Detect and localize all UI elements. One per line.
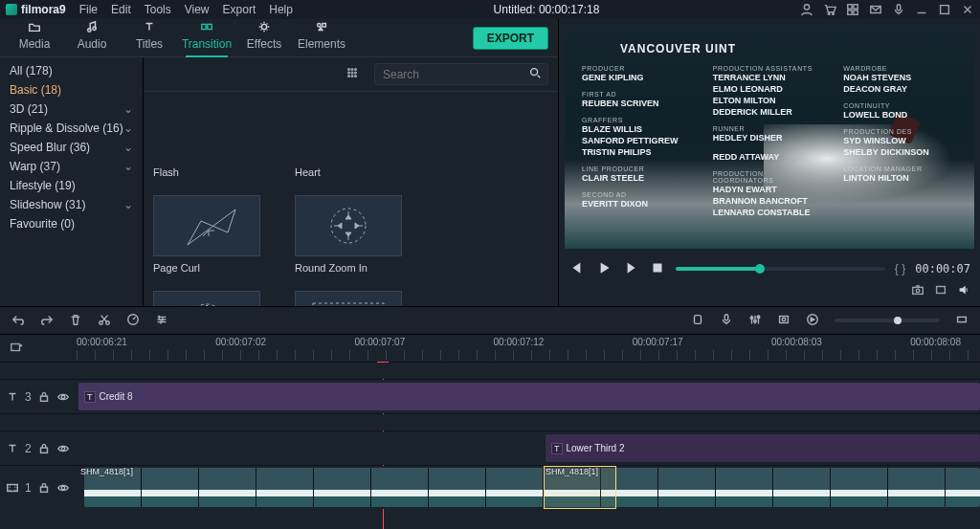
transition-round-zoom-out[interactable]: Round Zoom Out xyxy=(153,291,268,306)
delete-button[interactable] xyxy=(69,313,82,329)
tab-transition[interactable]: Transition xyxy=(178,16,235,56)
prev-frame-button[interactable] xyxy=(568,259,586,279)
redo-button[interactable] xyxy=(40,313,54,329)
svg-point-1 xyxy=(828,13,830,15)
cat-slideshow[interactable]: Slideshow (31)⌄ xyxy=(0,195,143,214)
mail-icon[interactable] xyxy=(869,3,882,16)
tab-audio[interactable]: Audio xyxy=(63,16,121,56)
marker-icon[interactable] xyxy=(691,313,704,329)
clip-video-label-b: SHM_4818[1] xyxy=(546,467,598,476)
track-3-body[interactable]: T Credit 8 xyxy=(77,380,980,413)
menu-file[interactable]: File xyxy=(79,3,98,16)
menu-tools[interactable]: Tools xyxy=(145,3,171,16)
user-icon[interactable] xyxy=(800,3,813,16)
minimize-icon[interactable] xyxy=(915,3,928,16)
bracket-icon[interactable]: { } xyxy=(895,262,905,276)
play-button[interactable] xyxy=(595,259,612,279)
cart-icon[interactable] xyxy=(823,3,836,16)
search-input[interactable] xyxy=(381,67,528,82)
chevron-down-icon: ⌄ xyxy=(123,198,133,211)
export-button[interactable]: EXPORT xyxy=(473,27,548,50)
menu-edit[interactable]: Edit xyxy=(111,3,131,16)
svg-point-15 xyxy=(318,24,322,28)
menu-view[interactable]: View xyxy=(185,3,210,16)
snapshot-icon[interactable] xyxy=(911,283,924,306)
search-box[interactable] xyxy=(374,63,548,85)
tab-elements[interactable]: Elements xyxy=(293,16,350,56)
mixer-icon[interactable] xyxy=(748,313,762,329)
menu-export[interactable]: Export xyxy=(223,3,256,16)
chevron-down-icon: ⌄ xyxy=(123,102,133,116)
svg-rect-4 xyxy=(854,5,858,9)
split-button[interactable] xyxy=(98,313,111,329)
cat-ripple[interactable]: Ripple & Dissolve (16)⌄ xyxy=(0,119,143,138)
clip-video[interactable] xyxy=(84,468,980,507)
tab-transition-label: Transition xyxy=(182,37,232,51)
lock-icon[interactable] xyxy=(37,390,51,404)
svg-point-23 xyxy=(348,76,350,77)
music-icon xyxy=(63,20,121,35)
cat-speedblur[interactable]: Speed Blur (36)⌄ xyxy=(0,138,143,157)
track-spacer xyxy=(0,413,980,430)
grid-icon[interactable] xyxy=(846,3,859,16)
crop-icon[interactable] xyxy=(777,313,791,329)
next-frame-button[interactable] xyxy=(622,259,639,279)
stop-button[interactable] xyxy=(649,259,666,279)
transition-flash[interactable]: Flash xyxy=(153,99,268,178)
transition-page-curl[interactable]: Page Curl xyxy=(153,195,268,274)
tab-titles-label: Titles xyxy=(136,37,163,51)
cat-favourite[interactable]: Favourite (0) xyxy=(0,214,143,233)
zoom-fit-icon[interactable] xyxy=(955,313,969,329)
preview-progress[interactable] xyxy=(676,267,885,271)
render-icon[interactable] xyxy=(806,313,819,329)
folder-icon xyxy=(6,20,63,35)
track-1-body[interactable]: SHM_4818[1] SHM_4818[1] xyxy=(77,466,980,509)
transition-round-zoom-in[interactable]: Round Zoom In xyxy=(295,195,410,274)
search-icon[interactable] xyxy=(528,66,542,82)
speed-button[interactable] xyxy=(126,313,140,329)
lock-icon[interactable] xyxy=(37,442,51,455)
volume-icon[interactable] xyxy=(957,283,970,306)
maximize-icon[interactable] xyxy=(938,3,951,16)
menu-help[interactable]: Help xyxy=(269,3,293,16)
lock-icon[interactable] xyxy=(37,481,51,495)
transition-zoom[interactable]: Zoom xyxy=(295,291,410,306)
svg-point-25 xyxy=(355,76,357,77)
add-track-icon[interactable] xyxy=(10,341,23,357)
svg-point-54 xyxy=(61,486,65,490)
adjust-button[interactable] xyxy=(155,313,168,329)
svg-point-14 xyxy=(261,24,266,29)
voiceover-icon[interactable] xyxy=(720,313,733,329)
ruler-labels: 00:00:06:21 00:00:07:02 00:00:07:07 00:0… xyxy=(77,337,980,347)
tab-media[interactable]: Media xyxy=(6,16,63,56)
zoom-slider[interactable] xyxy=(835,319,940,322)
main-menu: File Edit Tools View Export Help xyxy=(79,3,293,16)
cat-warp[interactable]: Warp (37)⌄ xyxy=(0,157,143,176)
svg-point-26 xyxy=(531,69,538,76)
timeline-ruler[interactable]: 00:00:06:21 00:00:07:02 00:00:07:07 00:0… xyxy=(0,335,980,362)
clip-credit8[interactable]: T Credit 8 xyxy=(78,383,980,410)
main-split: Media Audio Titles Transition Effects El… xyxy=(0,19,980,306)
mic-icon[interactable] xyxy=(892,3,905,16)
view-grid-icon[interactable] xyxy=(345,66,359,82)
cat-3d[interactable]: 3D (21)⌄ xyxy=(0,99,143,119)
undo-button[interactable] xyxy=(11,313,25,329)
close-icon[interactable] xyxy=(961,3,974,16)
eye-icon[interactable] xyxy=(56,442,70,455)
cat-all[interactable]: All (178) xyxy=(0,61,143,80)
cat-basic[interactable]: Basic (18) xyxy=(0,80,143,99)
svg-rect-6 xyxy=(854,11,858,14)
fit-icon[interactable] xyxy=(934,283,947,306)
transition-heart[interactable]: Heart xyxy=(295,99,410,178)
preview-viewport[interactable]: VANCOUVER UINT PRODUCERGENE KIPLINGFIRST… xyxy=(565,25,974,249)
timeline-body: 3 T Credit 8 2 T xyxy=(0,362,980,529)
eye-icon[interactable] xyxy=(56,390,70,404)
eye-icon[interactable] xyxy=(56,481,70,495)
timeline-toolbar xyxy=(0,306,980,335)
clip-lower-third[interactable]: T Lower Third 2 xyxy=(546,434,980,462)
cat-lifestyle[interactable]: Lifestyle (19) xyxy=(0,176,143,195)
tab-effects[interactable]: Effects xyxy=(235,16,293,56)
text-track-icon xyxy=(6,442,19,455)
track-2-body[interactable]: T Lower Third 2 xyxy=(77,431,980,465)
tab-titles[interactable]: Titles xyxy=(121,16,178,56)
